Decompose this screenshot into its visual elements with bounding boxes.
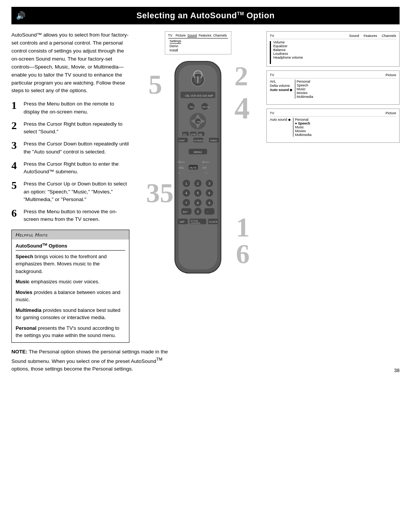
step-3: 3 Press the Cursor Down button repeatedl… — [11, 140, 129, 156]
step-number-1: 1 — [11, 100, 20, 111]
svg-text:3: 3 — [209, 182, 210, 185]
svg-text:VTR: VTR — [191, 133, 196, 136]
svg-rect-35 — [202, 162, 209, 163]
step-1: 1 Press the Menu button on the remote to… — [11, 100, 129, 116]
step-text-3: Press the Cursor Down button repeatedly … — [24, 140, 129, 156]
overlay-2: 2 — [234, 61, 248, 92]
hint-speech: Speech brings voices to the forefront an… — [16, 253, 125, 275]
tv-diagram-1-header: TV Picture Sound Features Channels — [168, 34, 228, 37]
svg-text:0: 0 — [197, 210, 199, 214]
page-header: 🔊 Selecting an AutoSoundTM Option — [11, 7, 400, 24]
helpful-hints-box: Helpful Hints AutoSoundTM Options Speech… — [11, 230, 129, 343]
svg-text:SURF: SURF — [178, 139, 185, 142]
svg-text:MENU: MENU — [194, 150, 202, 154]
step-number-6: 6 — [11, 208, 20, 219]
svg-text:-: - — [178, 170, 180, 175]
bottom-section: NOTE: The Personal option shows the pers… — [0, 343, 411, 381]
main-content: AutoSound™ allows you to select from fou… — [0, 24, 411, 343]
svg-text:CBL VCR DVD SAT AMP: CBL VCR DVD SAT AMP — [185, 94, 213, 97]
svg-text:6: 6 — [209, 191, 210, 195]
overlay-3: 3 — [146, 177, 160, 209]
svg-text:-: - — [206, 170, 207, 175]
svg-text:5: 5 — [197, 191, 199, 195]
svg-text:1: 1 — [185, 182, 187, 185]
tv-diagram-1-body: Settings Demo Install — [168, 38, 228, 52]
svg-text:RE-PL: RE-PL — [202, 106, 209, 108]
svg-rect-64 — [204, 208, 215, 215]
svg-text:MUTE: MUTE — [190, 166, 197, 169]
hints-body: AutoSoundTM Options Speech brings voices… — [12, 240, 129, 342]
remote-wrapper: 5 2 4 3 5 1 6 CBL VCR DVD SAT AMP — [145, 57, 251, 278]
step-5: 5 Press the Cursor Up or Down button to … — [11, 180, 129, 203]
svg-text:TIMER: TIMER — [210, 139, 217, 142]
step-4: 4 Press the Cursor Right button to enter… — [11, 160, 129, 176]
svg-text:AV+: AV+ — [183, 210, 188, 214]
hint-personal: Personal presents the TV's sound accordi… — [16, 324, 125, 339]
tv-diagram-autosound: TV Picture AVL Delta volume Auto sound ◆… — [266, 70, 400, 105]
svg-text:OK: OK — [197, 121, 201, 123]
tv-diagram-top: TV Picture Sound Features Channels Setti… — [137, 31, 259, 54]
svg-rect-34 — [178, 162, 185, 163]
svg-text:4: 4 — [185, 191, 187, 195]
tv-diagram-1: TV Picture Sound Features Channels Setti… — [165, 31, 231, 54]
hint-music: Music emphasizes music over voices. — [16, 278, 125, 286]
svg-text:2: 2 — [197, 182, 199, 185]
svg-text:CC: CC — [183, 133, 187, 136]
hints-header: Helpful Hints — [12, 230, 129, 240]
steps-list: 1 Press the Menu button on the remote to… — [11, 100, 129, 223]
step-text-5: Press the Cursor Up or Down button to se… — [24, 180, 129, 203]
step-text-2: Press the Cursor Right button repeatedly… — [24, 120, 129, 136]
svg-text:SAP: SAP — [180, 220, 185, 223]
svg-text:SEL: SEL — [190, 106, 194, 108]
step-text-4: Press the Cursor Right button to enter t… — [24, 160, 129, 176]
intro-paragraph: AutoSound™ allows you to select from fou… — [11, 31, 129, 95]
hint-movies: Movies provides a balance between voices… — [16, 289, 125, 304]
step-number-2: 2 — [11, 120, 20, 131]
svg-text:CONTROL: CONTROL — [191, 222, 201, 224]
step-text-6: Press the Menu button to remove the on-s… — [24, 208, 129, 224]
sound-icon: 🔊 — [16, 11, 25, 20]
page-number: 38 — [394, 367, 400, 373]
svg-text:HD: HD — [199, 133, 202, 136]
svg-text:SCREEN: SCREEN — [194, 139, 203, 142]
overlay-4: 4 — [234, 91, 250, 126]
svg-text:8: 8 — [197, 201, 199, 205]
overlay-6: 6 — [236, 238, 250, 270]
right-column: TV Sound Features Channels Volume Equali… — [266, 31, 400, 343]
page-title: Selecting an AutoSoundTM Option — [136, 11, 274, 21]
step-number-3: 3 — [11, 140, 20, 151]
hints-subtitle: AutoSoundTM Options — [16, 243, 125, 251]
remote-svg: CBL VCR DVD SAT AMP SEL RE-PL OK CC — [160, 57, 236, 278]
svg-text:9: 9 — [209, 201, 210, 205]
step-6: 6 Press the Menu button to remove the on… — [11, 208, 129, 224]
tv-diagram-speech: TV Picture Auto sound ◆ Personal ● Speec… — [266, 109, 400, 143]
step-number-4: 4 — [11, 160, 20, 171]
svg-text:7: 7 — [185, 201, 187, 205]
tv-menu-bar: Picture Sound Features Channels — [175, 34, 228, 37]
step-number-5: 5 — [11, 180, 20, 191]
svg-text:CLOCK: CLOCK — [209, 220, 218, 223]
overlay-1: 1 — [236, 212, 250, 243]
hint-multimedia: Multimedia provides sound balance best s… — [16, 307, 125, 321]
svg-text:-: - — [207, 209, 208, 214]
middle-column: TV Picture Sound Features Channels Setti… — [137, 31, 259, 343]
step-text-1: Press the Menu button on the remote to d… — [24, 100, 129, 116]
svg-text:VOL: VOL — [178, 166, 184, 169]
tv-diagram-sound: TV Sound Features Channels Volume Equali… — [266, 31, 400, 67]
step-2: 2 Press the Cursor Right button repeated… — [11, 120, 129, 136]
svg-text:CH: CH — [202, 166, 206, 169]
left-column: AutoSound™ allows you to select from fou… — [11, 31, 129, 343]
note-paragraph: NOTE: The Personal option shows the pers… — [11, 348, 171, 373]
tv-label: TV — [168, 34, 173, 37]
